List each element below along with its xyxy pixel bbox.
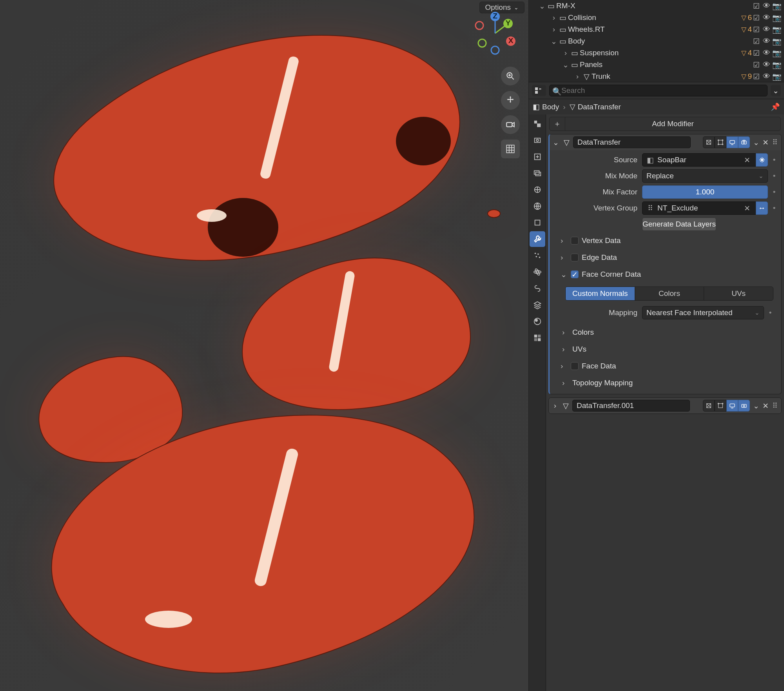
tab-render-icon[interactable] (530, 132, 545, 148)
outliner-panel[interactable]: ⌄ ▭ RM-X ☑👁📷 › ▭ Collision ▽6 ☑👁📷 › ▭ Wh… (529, 0, 784, 82)
tab-colors[interactable]: Colors (635, 287, 704, 300)
exclude-toggle-icon[interactable]: ☑ (752, 2, 760, 11)
render-toggle-icon[interactable]: 📷 (772, 60, 781, 69)
exclude-toggle-icon[interactable]: ☑ (752, 13, 760, 22)
invert-vgroup-toggle[interactable]: ↔ (756, 201, 768, 215)
mod-realtime-icon[interactable] (726, 136, 738, 148)
vertex-data-subpanel[interactable]: › Vertex Data (554, 234, 777, 248)
checkbox-icon[interactable] (571, 254, 579, 261)
animate-prop-icon[interactable]: • (771, 172, 777, 180)
mod-edit-mode-icon[interactable] (715, 136, 726, 148)
camera-view-icon[interactable] (501, 115, 520, 134)
tab-physics-icon[interactable] (530, 264, 545, 280)
disclosure-right-icon[interactable]: › (550, 13, 558, 22)
animate-prop-icon[interactable]: • (771, 204, 777, 212)
visibility-toggle-icon[interactable]: 👁 (762, 60, 771, 69)
mix-mode-select[interactable]: Replace ⌄ (642, 169, 768, 183)
mod-drag-handle-icon[interactable]: ⠿ (771, 138, 779, 147)
tab-particles-icon[interactable] (530, 248, 545, 263)
tab-modifiers-icon[interactable] (530, 231, 545, 247)
mod-drag-handle-icon[interactable]: ⠿ (771, 401, 779, 410)
vertex-group-field[interactable]: ⠿ NT_Exclude ✕ (642, 201, 756, 215)
render-toggle-icon[interactable]: 📷 (772, 2, 781, 11)
mod-edit-mode-icon[interactable] (715, 400, 726, 412)
use-object-transform-toggle[interactable] (756, 153, 768, 167)
visibility-toggle-icon[interactable]: 👁 (762, 49, 771, 58)
tab-material-icon[interactable] (530, 314, 545, 329)
outliner-row[interactable]: ⌄ ▭ Panels ☑👁📷 (529, 59, 784, 71)
outliner-row[interactable]: › ▭ Collision ▽6 ☑👁📷 (529, 12, 784, 24)
generate-data-layers-button[interactable]: Generate Data Layers (642, 218, 716, 231)
tab-world-icon[interactable] (530, 198, 545, 214)
3d-viewport[interactable]: Options ⌄ Z Y X (0, 0, 528, 691)
source-object-field[interactable]: ◧ SoapBar ✕ (642, 153, 756, 167)
zoom-tool-icon[interactable] (501, 67, 520, 85)
exclude-toggle-icon[interactable]: ☑ (752, 60, 760, 69)
animate-prop-icon[interactable]: • (771, 188, 777, 196)
exclude-toggle-icon[interactable]: ☑ (752, 72, 760, 81)
outliner-row[interactable]: › ▭ Suspension ▽4 ☑👁📷 (529, 47, 784, 59)
perspective-grid-icon[interactable] (501, 140, 520, 158)
outliner-row[interactable]: ⌄ ▭ RM-X ☑👁📷 (529, 0, 784, 12)
options-menu-icon[interactable]: ⌄ (771, 85, 781, 96)
disclosure-right-icon[interactable]: › (573, 72, 581, 81)
tab-data-icon[interactable] (530, 297, 545, 313)
exclude-toggle-icon[interactable]: ☑ (752, 49, 760, 58)
visibility-toggle-icon[interactable]: 👁 (762, 72, 771, 81)
checkbox-checked-icon[interactable]: ✓ (571, 270, 579, 278)
modifier-name-input[interactable] (573, 136, 691, 148)
disclosure-right-icon[interactable]: › (551, 401, 559, 410)
breadcrumb-modifier[interactable]: ▽ DataTransfer (570, 102, 621, 111)
add-modifier-button[interactable]: ＋ Add Modifier (549, 117, 781, 131)
tab-scene-icon[interactable] (530, 182, 545, 198)
visibility-toggle-icon[interactable]: 👁 (762, 2, 771, 11)
editor-type-menu-icon[interactable] (532, 85, 546, 96)
face-data-subpanel[interactable]: › Face Data (554, 359, 777, 373)
disclosure-down-icon[interactable]: ⌄ (550, 37, 558, 46)
tab-tool-icon[interactable] (530, 116, 545, 132)
mod-render-icon[interactable] (738, 400, 750, 412)
tab-custom-normals[interactable]: Custom Normals (566, 287, 635, 300)
exclude-toggle-icon[interactable]: ☑ (752, 37, 760, 46)
mix-factor-slider[interactable]: 1.000 (642, 185, 768, 199)
visibility-toggle-icon[interactable]: 👁 (762, 13, 771, 22)
mod-render-icon[interactable] (738, 136, 750, 148)
clear-icon[interactable]: ✕ (742, 204, 752, 213)
outliner-row[interactable]: ⌄ ▭ Body ☑👁📷 (529, 35, 784, 47)
render-toggle-icon[interactable]: 📷 (772, 37, 781, 46)
tab-object-icon[interactable] (530, 215, 545, 230)
tab-uvs[interactable]: UVs (704, 287, 773, 300)
visibility-toggle-icon[interactable]: 👁 (762, 25, 771, 34)
disclosure-right-icon[interactable]: › (562, 49, 570, 57)
mod-realtime-icon[interactable] (726, 400, 738, 412)
checkbox-icon[interactable] (571, 362, 579, 370)
tab-viewlayer-icon[interactable] (530, 165, 545, 181)
breadcrumb-object[interactable]: ◧ Body (533, 102, 559, 111)
render-toggle-icon[interactable]: 📷 (772, 13, 781, 22)
face-corner-data-subpanel[interactable]: ⌄ ✓ Face Corner Data (554, 267, 777, 281)
properties-search-input[interactable] (549, 85, 768, 96)
mapping-select[interactable]: Nearest Face Interpolated ⌄ (642, 306, 764, 319)
clear-icon[interactable]: ✕ (742, 156, 752, 165)
mod-extras-menu-icon[interactable]: ⌄ (752, 401, 760, 410)
mod-extras-menu-icon[interactable]: ⌄ (752, 138, 760, 147)
render-toggle-icon[interactable]: 📷 (772, 49, 781, 58)
disclosure-down-icon[interactable]: ⌄ (562, 60, 570, 69)
pin-icon[interactable]: 📌 (771, 102, 780, 111)
animate-prop-icon[interactable]: • (771, 156, 777, 164)
mod-on-cage-icon[interactable] (703, 400, 715, 412)
tab-constraints-icon[interactable] (530, 281, 545, 296)
tab-output-icon[interactable] (530, 149, 545, 165)
disclosure-down-icon[interactable]: ⌄ (552, 138, 560, 147)
render-toggle-icon[interactable]: 📷 (772, 72, 781, 81)
outliner-row[interactable]: › ▭ Wheels.RT ▽4 ☑👁📷 (529, 24, 784, 35)
mod-delete-icon[interactable]: ✕ (760, 137, 771, 148)
mod-on-cage-icon[interactable] (703, 136, 715, 148)
colors-subpanel[interactable]: › Colors (554, 325, 777, 339)
outliner-row[interactable]: › ▽ Trunk ▽9 ☑👁📷 (529, 71, 784, 82)
mod-delete-icon[interactable]: ✕ (760, 400, 771, 411)
tab-texture-icon[interactable] (530, 330, 545, 346)
uvs-subpanel[interactable]: › UVs (554, 342, 777, 356)
exclude-toggle-icon[interactable]: ☑ (752, 25, 760, 34)
axis-gizmo[interactable]: Z Y X (474, 12, 517, 55)
